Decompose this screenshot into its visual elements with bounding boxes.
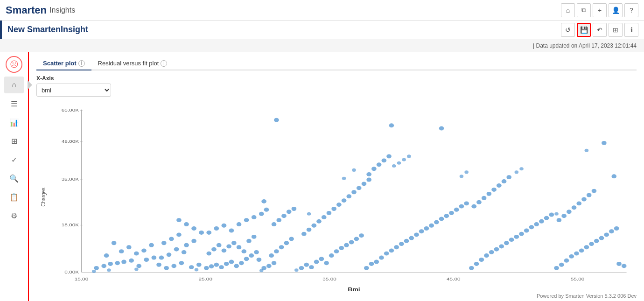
page-title: New SmartenInsight [7,25,88,35]
svg-text:35.00: 35.00 [322,276,336,281]
svg-text:18.00K: 18.00K [62,222,79,227]
svg-text:65.00K: 65.00K [62,107,79,112]
svg-point-207 [134,267,139,271]
svg-point-91 [289,237,294,241]
svg-point-132 [394,245,399,249]
history-btn[interactable]: ↶ [593,23,607,37]
svg-point-215 [402,158,406,161]
svg-point-193 [561,214,567,218]
svg-point-162 [509,238,514,242]
svg-text:55.00: 55.00 [571,276,584,281]
svg-point-51 [191,226,196,231]
svg-point-148 [371,167,377,171]
svg-point-134 [404,239,409,243]
svg-point-111 [359,233,364,238]
svg-point-27 [112,241,117,245]
svg-point-104 [324,261,329,265]
svg-point-197 [581,197,587,202]
sidebar-item-settings[interactable]: ⚙ [4,207,24,224]
chart-icon: 📊 [9,118,19,127]
tab-scatter-label: Scatter plot [43,60,77,67]
tab-scatter-info[interactable]: i [78,60,85,67]
svg-point-182 [569,254,574,259]
svg-point-167 [534,222,539,226]
svg-point-172 [476,200,482,204]
svg-point-60 [239,261,244,265]
svg-point-118 [331,207,336,211]
svg-point-45 [169,237,174,241]
refresh-btn[interactable]: ↺ [561,23,575,37]
svg-point-50 [184,222,189,226]
svg-point-198 [587,193,592,197]
svg-point-112 [301,232,307,236]
x-axis-dropdown[interactable]: bmi age children [36,84,111,97]
svg-point-24 [136,264,141,268]
svg-point-156 [479,258,484,262]
save-btn[interactable]: 💾 [577,23,591,37]
svg-point-37 [179,261,184,265]
help-icon-btn[interactable]: ? [624,3,638,17]
sidebar-item-check[interactable]: ✓ [4,151,24,168]
svg-point-160 [499,244,504,248]
svg-point-201 [611,174,616,178]
svg-point-74 [206,231,211,235]
svg-point-151 [386,154,392,158]
tab-residual-label: Residual versus fit plot [98,60,159,67]
tab-scatter-plot[interactable]: Scatter plot i [36,57,91,70]
tab-residual-info[interactable]: i [161,60,167,67]
svg-point-121 [346,194,351,198]
svg-point-144 [454,208,459,212]
svg-point-115 [316,219,322,224]
svg-point-110 [354,237,359,241]
svg-point-213 [392,164,396,168]
user-icon-btn[interactable]: 👤 [609,3,623,17]
home-icon-btn[interactable]: ⌂ [561,3,575,17]
svg-point-89 [279,245,284,249]
svg-point-85 [272,261,277,265]
svg-point-95 [287,210,292,214]
svg-point-20 [108,262,113,266]
svg-point-133 [399,242,404,246]
svg-point-221 [554,212,559,216]
svg-point-165 [524,229,529,233]
svg-point-178 [506,175,511,179]
svg-point-99 [299,266,304,270]
sidebar-item-table[interactable]: ⊞ [4,133,24,149]
svg-point-90 [284,241,289,245]
sidebar-item-home[interactable]: ⌂ [4,77,24,93]
layers-icon-btn[interactable]: ⧉ [577,3,591,17]
svg-point-199 [592,189,597,193]
logo-insights: Insights [49,6,75,14]
svg-point-102 [314,260,319,264]
svg-text:Bmi: Bmi [348,286,360,291]
svg-text:15.00: 15.00 [75,276,88,281]
info-btn[interactable]: ℹ [624,23,638,37]
svg-point-44 [161,241,167,245]
scatter-chart: Charges 65.00K 48.00K 32.00K 18.00K 0.00… [36,101,637,291]
svg-point-220 [519,167,524,170]
svg-point-105 [329,253,334,258]
svg-point-157 [484,253,489,258]
sidebar-item-report[interactable]: 📋 [4,189,24,205]
svg-point-52 [199,231,204,235]
add-icon-btn[interactable]: + [593,3,607,17]
svg-point-86 [257,258,262,262]
settings-icon: ⚙ [11,211,17,220]
svg-point-43 [196,263,202,267]
svg-point-108 [344,243,349,247]
svg-point-212 [352,168,356,172]
top-icons: ⌂ ⧉ + 👤 ? [561,3,638,17]
sidebar-item-search-chart[interactable]: 🔍 [4,170,24,187]
tab-residual[interactable]: Residual versus fit plot i [91,57,174,70]
svg-point-181 [564,259,569,263]
svg-point-47 [184,243,189,247]
sidebar-item-chart[interactable]: 📊 [4,114,24,131]
svg-point-186 [589,242,594,246]
grid-btn[interactable]: ⊞ [609,23,623,37]
svg-point-92 [272,222,277,226]
svg-point-28 [119,249,124,253]
footer-text: Powered by Smarten Version 5.3.2 006 Dev [537,293,637,299]
svg-point-42 [189,265,194,269]
top-header: Smarten Insights ⌂ ⧉ + 👤 ? [0,0,644,21]
sidebar-item-list[interactable]: ☰ [4,95,24,112]
